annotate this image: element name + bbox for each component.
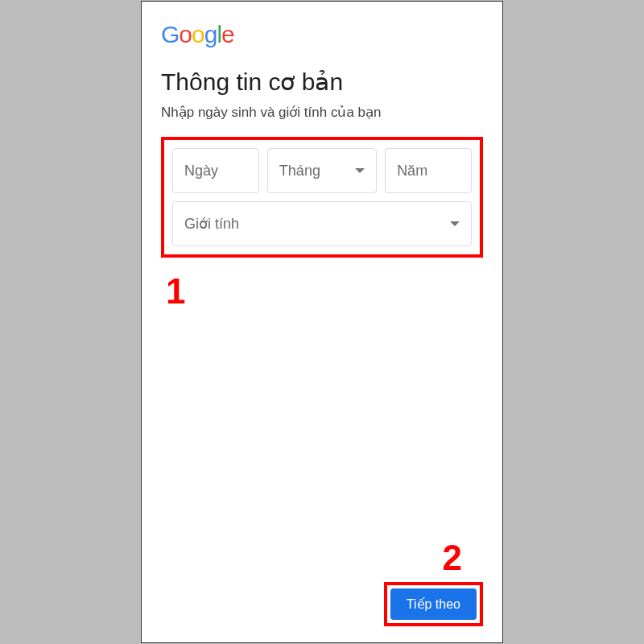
google-logo: Google — [161, 21, 483, 48]
gender-field[interactable]: Giới tính — [172, 201, 472, 246]
month-field[interactable]: Tháng — [267, 148, 377, 193]
chevron-down-icon — [355, 168, 365, 173]
birthdate-row: Ngày Tháng Năm — [172, 148, 472, 193]
logo-letter-e: e — [221, 21, 234, 48]
year-label: Năm — [397, 163, 427, 180]
logo-letter-o2: o — [192, 21, 204, 48]
gender-label: Giới tính — [184, 215, 239, 233]
annotation-number-2: 2 — [443, 538, 462, 578]
chevron-down-icon — [450, 221, 460, 226]
annotation-number-1: 1 — [166, 271, 185, 312]
logo-letter-g1: G — [161, 21, 179, 48]
year-field[interactable]: Năm — [385, 148, 472, 193]
day-field[interactable]: Ngày — [172, 148, 259, 193]
page-subtitle: Nhập ngày sinh và giới tính của bạn — [161, 104, 483, 121]
page-title: Thông tin cơ bản — [161, 68, 483, 96]
logo-letter-g2: g — [204, 21, 217, 48]
logo-letter-o1: o — [179, 21, 192, 48]
day-label: Ngày — [184, 163, 218, 180]
form-annotation-box-1: Ngày Tháng Năm Giới tính — [161, 137, 483, 258]
next-button[interactable]: Tiếp theo — [390, 588, 477, 620]
signup-panel: Google Thông tin cơ bản Nhập ngày sinh v… — [141, 1, 503, 643]
month-label: Tháng — [279, 163, 320, 180]
next-annotation-box-2: Tiếp theo — [384, 582, 483, 626]
